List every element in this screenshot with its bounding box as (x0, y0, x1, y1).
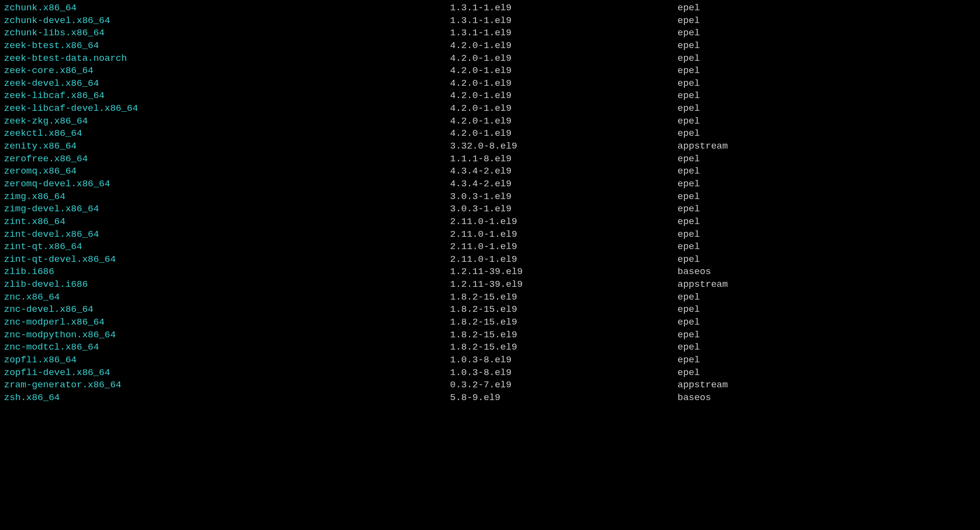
package-row: zeek-btest.x86_644.2.0-1.el9epel (0, 40, 980, 52)
package-name: znc-devel.x86_64 (0, 303, 450, 316)
package-repo: epel (678, 241, 700, 253)
package-repo: epel (678, 90, 700, 102)
package-row: zram-generator.x86_640.3.2-7.el9appstrea… (0, 379, 980, 392)
terminal-output: zchunk.x86_641.3.1-1.el9epelzchunk-devel… (0, 2, 980, 404)
package-row: zsh.x86_645.8-9.el9baseos (0, 392, 980, 404)
package-name: zeromq-devel.x86_64 (0, 178, 450, 191)
package-row: zchunk.x86_641.3.1-1.el9epel (0, 2, 980, 15)
package-repo: epel (678, 341, 700, 354)
package-name: zchunk.x86_64 (0, 2, 450, 15)
package-version: 4.2.0-1.el9 (450, 102, 678, 115)
package-name: zlib.i686 (0, 266, 450, 278)
package-version: 1.8.2-15.el9 (450, 291, 678, 304)
package-name: zlib-devel.i686 (0, 278, 450, 291)
package-row: zlib-devel.i6861.2.11-39.el9appstream (0, 278, 980, 291)
package-name: zsh.x86_64 (0, 392, 450, 404)
package-name: zeek-libcaf.x86_64 (0, 90, 450, 102)
package-version: 4.3.4-2.el9 (450, 178, 678, 191)
package-row: zeek-libcaf.x86_644.2.0-1.el9epel (0, 90, 980, 102)
package-repo: epel (678, 165, 700, 178)
package-row: zeekctl.x86_644.2.0-1.el9epel (0, 127, 980, 140)
package-repo: epel (678, 316, 700, 329)
package-row: znc-modpython.x86_641.8.2-15.el9epel (0, 329, 980, 342)
package-name: zeek-btest-data.noarch (0, 52, 450, 65)
package-version: 4.2.0-1.el9 (450, 127, 678, 140)
package-name: zopfli.x86_64 (0, 354, 450, 367)
package-name: znc-modpython.x86_64 (0, 329, 450, 342)
package-row: zeek-btest-data.noarch4.2.0-1.el9epel (0, 52, 980, 65)
package-row: zchunk-libs.x86_641.3.1-1.el9epel (0, 27, 980, 40)
package-row: zenity.x86_643.32.0-8.el9appstream (0, 140, 980, 153)
package-repo: epel (678, 153, 700, 166)
package-version: 1.0.3-8.el9 (450, 367, 678, 379)
package-name: zeekctl.x86_64 (0, 127, 450, 140)
package-repo: epel (678, 77, 700, 90)
package-name: znc-modperl.x86_64 (0, 316, 450, 329)
package-version: 0.3.2-7.el9 (450, 379, 678, 392)
package-version: 4.2.0-1.el9 (450, 52, 678, 65)
package-name: zeek-zkg.x86_64 (0, 115, 450, 128)
package-version: 4.3.4-2.el9 (450, 165, 678, 178)
package-repo: epel (678, 40, 700, 52)
package-repo: epel (678, 203, 700, 216)
package-version: 2.11.0-1.el9 (450, 253, 678, 266)
package-version: 3.32.0-8.el9 (450, 140, 678, 153)
package-row: zimg-devel.x86_643.0.3-1.el9epel (0, 203, 980, 216)
package-row: zopfli-devel.x86_641.0.3-8.el9epel (0, 367, 980, 379)
package-name: zint-devel.x86_64 (0, 228, 450, 241)
package-version: 1.3.1-1.el9 (450, 15, 678, 27)
package-repo: epel (678, 367, 700, 379)
package-row: znc-modperl.x86_641.8.2-15.el9epel (0, 316, 980, 329)
package-version: 4.2.0-1.el9 (450, 90, 678, 102)
package-name: zchunk-libs.x86_64 (0, 27, 450, 40)
package-version: 1.8.2-15.el9 (450, 316, 678, 329)
package-repo: epel (678, 216, 700, 228)
package-repo: epel (678, 291, 700, 304)
package-row: zint.x86_642.11.0-1.el9epel (0, 216, 980, 228)
package-version: 1.8.2-15.el9 (450, 303, 678, 316)
package-version: 2.11.0-1.el9 (450, 228, 678, 241)
package-row: zlib.i6861.2.11-39.el9baseos (0, 266, 980, 278)
package-name: zopfli-devel.x86_64 (0, 367, 450, 379)
package-row: zint-qt.x86_642.11.0-1.el9epel (0, 241, 980, 253)
package-version: 1.3.1-1.el9 (450, 27, 678, 40)
package-version: 4.2.0-1.el9 (450, 77, 678, 90)
package-version: 1.3.1-1.el9 (450, 2, 678, 15)
package-repo: epel (678, 253, 700, 266)
package-name: zram-generator.x86_64 (0, 379, 450, 392)
package-repo: epel (678, 354, 700, 367)
package-name: zeek-core.x86_64 (0, 65, 450, 77)
package-repo: appstream (678, 140, 728, 153)
package-version: 5.8-9.el9 (450, 392, 678, 404)
package-row: zint-qt-devel.x86_642.11.0-1.el9epel (0, 253, 980, 266)
package-name: zenity.x86_64 (0, 140, 450, 153)
package-version: 3.0.3-1.el9 (450, 203, 678, 216)
package-repo: epel (678, 191, 700, 203)
package-name: zeromq.x86_64 (0, 165, 450, 178)
package-row: zeromq.x86_644.3.4-2.el9epel (0, 165, 980, 178)
package-repo: epel (678, 15, 700, 27)
package-version: 1.8.2-15.el9 (450, 329, 678, 342)
package-version: 1.2.11-39.el9 (450, 278, 678, 291)
package-name: znc.x86_64 (0, 291, 450, 304)
package-repo: epel (678, 52, 700, 65)
package-version: 4.2.0-1.el9 (450, 65, 678, 77)
package-repo: epel (678, 178, 700, 191)
package-name: zint-qt-devel.x86_64 (0, 253, 450, 266)
package-row: zeek-libcaf-devel.x86_644.2.0-1.el9epel (0, 102, 980, 115)
package-repo: baseos (678, 266, 711, 278)
package-name: zint.x86_64 (0, 216, 450, 228)
package-name: zerofree.x86_64 (0, 153, 450, 166)
package-version: 4.2.0-1.el9 (450, 115, 678, 128)
package-name: zimg-devel.x86_64 (0, 203, 450, 216)
package-row: zeek-devel.x86_644.2.0-1.el9epel (0, 77, 980, 90)
package-repo: epel (678, 115, 700, 128)
package-row: znc-devel.x86_641.8.2-15.el9epel (0, 303, 980, 316)
package-row: zeek-zkg.x86_644.2.0-1.el9epel (0, 115, 980, 128)
package-repo: epel (678, 303, 700, 316)
package-version: 3.0.3-1.el9 (450, 191, 678, 203)
package-version: 1.1.1-8.el9 (450, 153, 678, 166)
package-repo: epel (678, 127, 700, 140)
package-name: zeek-btest.x86_64 (0, 40, 450, 52)
package-repo: epel (678, 2, 700, 15)
